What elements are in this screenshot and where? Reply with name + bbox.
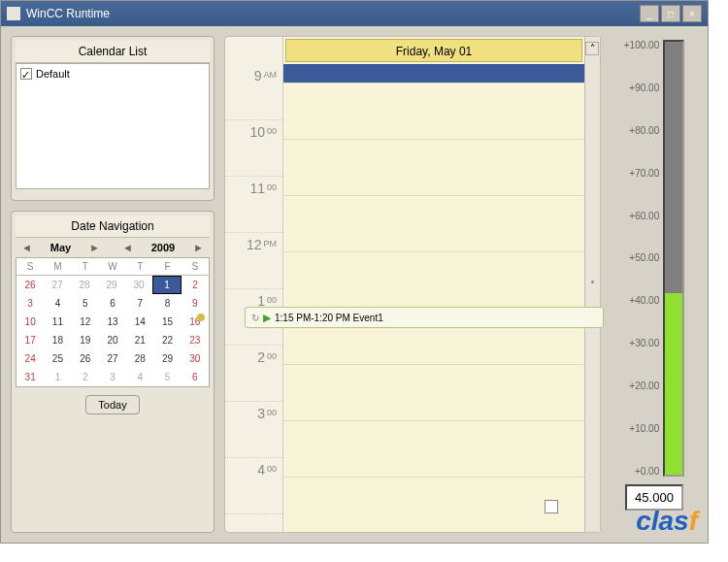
- day-cell[interactable]: 5: [72, 294, 99, 313]
- day-cell[interactable]: 8: [153, 294, 181, 313]
- watermark-text-2: f: [689, 506, 698, 536]
- time-slot: 12PM: [225, 233, 282, 289]
- day-column[interactable]: Friday, May 01 ˄ ↻ ▶ 1:1: [283, 37, 584, 532]
- year-label[interactable]: 2009: [151, 242, 175, 253]
- hour-block[interactable]: [283, 140, 584, 196]
- day-cell[interactable]: 18: [44, 331, 71, 349]
- gauge-label: +0.00: [624, 466, 659, 477]
- day-cell[interactable]: 7: [126, 294, 153, 313]
- hour-block[interactable]: [283, 365, 584, 421]
- day-cell[interactable]: 13: [99, 313, 126, 331]
- prev-month-arrow[interactable]: ◄: [17, 242, 36, 253]
- day-cell[interactable]: 3: [17, 294, 44, 313]
- day-cell[interactable]: 5: [153, 368, 181, 386]
- hour-block[interactable]: [283, 83, 584, 140]
- gauge-label: +90.00: [624, 83, 659, 93]
- dow-cell: F: [153, 258, 181, 275]
- minimize-button[interactable]: _: [640, 5, 659, 22]
- day-cell[interactable]: 28: [71, 276, 98, 294]
- date-navigation-panel: Date Navigation ◄ May ► ◄ 2009 ► S M T W…: [11, 211, 215, 533]
- day-cell[interactable]: 30: [182, 349, 209, 368]
- day-cell[interactable]: 29: [98, 276, 125, 294]
- window-controls: _ □ ×: [640, 5, 702, 22]
- day-cell[interactable]: 6: [99, 294, 126, 313]
- day-cell[interactable]: 26: [72, 349, 99, 368]
- left-sidebar: Calendar List ✓ Default Date Navigation …: [11, 36, 215, 533]
- appointment-marker-icon: [197, 314, 205, 321]
- gauge-label: +20.00: [624, 380, 659, 391]
- day-cell[interactable]: 14: [126, 313, 153, 331]
- gauge-label: +70.00: [624, 168, 659, 179]
- appointment-item[interactable]: ↻ ▶ 1:15 PM-1:20 PM Event1: [245, 307, 604, 328]
- maximize-button[interactable]: □: [661, 5, 680, 22]
- day-cell[interactable]: 24: [17, 349, 44, 368]
- day-cell[interactable]: 10: [17, 313, 44, 331]
- day-cell[interactable]: 27: [99, 349, 126, 368]
- calendar-week-row: 31 1 2 3 4 5 6: [17, 368, 209, 386]
- hour-block[interactable]: [283, 252, 584, 309]
- day-cell[interactable]: 1: [44, 368, 71, 386]
- gauge-label: +50.00: [624, 252, 659, 263]
- next-year-arrow[interactable]: ►: [189, 242, 208, 253]
- day-cell[interactable]: 31: [17, 368, 44, 386]
- day-cell[interactable]: 2: [72, 368, 99, 386]
- scroll-marker-icon[interactable]: •: [585, 277, 600, 292]
- watermark-text-1: clas: [636, 506, 689, 536]
- day-cell[interactable]: 21: [126, 331, 153, 349]
- time-slot: 1000: [225, 120, 282, 177]
- day-body[interactable]: ↻ ▶ 1:15 PM-1:20 PM Event1: [283, 64, 584, 530]
- day-header-label: Friday, May 01: [396, 45, 472, 58]
- month-navigator: ◄ May ► ◄ 2009 ►: [16, 238, 210, 257]
- day-cell[interactable]: 22: [153, 331, 181, 349]
- close-button[interactable]: ×: [682, 5, 702, 22]
- time-slot: 300: [225, 402, 282, 458]
- calendar-grid: S M T W T F S 26 27 28 29 30 1: [16, 257, 210, 387]
- day-cell[interactable]: 30: [125, 276, 152, 294]
- calendar-list-panel: Calendar List ✓ Default: [11, 36, 215, 201]
- day-cell[interactable]: 27: [44, 276, 71, 294]
- day-cell[interactable]: 23: [182, 331, 209, 349]
- day-cell[interactable]: 12: [72, 313, 99, 331]
- calendar-week-row: 3 4 5 6 7 8 9: [17, 294, 209, 313]
- day-cell[interactable]: 3: [99, 368, 126, 386]
- calendar-list-item[interactable]: ✓ Default: [20, 68, 205, 80]
- prev-year-arrow[interactable]: ◄: [118, 242, 137, 253]
- gauge-container: +100.00 +90.00 +80.00 +70.00 +60.00 +50.…: [624, 40, 684, 477]
- gauge-label: +30.00: [624, 338, 659, 348]
- dow-cell: S: [182, 258, 209, 275]
- day-cell[interactable]: 2: [182, 276, 209, 294]
- day-cell[interactable]: 15: [153, 313, 181, 331]
- footer-checkbox[interactable]: [545, 500, 558, 513]
- day-cell[interactable]: 29: [153, 349, 181, 368]
- day-cell[interactable]: 6: [182, 368, 209, 386]
- day-cell[interactable]: 11: [44, 313, 71, 331]
- day-cell[interactable]: 26: [17, 276, 44, 294]
- day-cell[interactable]: 19: [72, 331, 99, 349]
- checkbox-icon[interactable]: ✓: [20, 68, 32, 80]
- day-cell[interactable]: 20: [99, 331, 126, 349]
- day-cell[interactable]: 28: [126, 349, 153, 368]
- time-slot: 9AM: [225, 64, 282, 120]
- hour-block[interactable]: [283, 421, 584, 478]
- day-cell[interactable]: 4: [44, 294, 71, 313]
- hour-block[interactable]: [283, 196, 584, 252]
- today-button[interactable]: Today: [85, 395, 139, 414]
- gauge-bar: [663, 40, 684, 477]
- day-cell[interactable]: 4: [126, 368, 153, 386]
- day-cell[interactable]: 9: [182, 294, 209, 313]
- gauge-label: +40.00: [624, 295, 659, 306]
- content-area: Calendar List ✓ Default Date Navigation …: [1, 26, 708, 543]
- hour-block-selected[interactable]: [283, 64, 584, 83]
- calendar-week-row: 24 25 26 27 28 29 30: [17, 349, 209, 368]
- next-month-arrow[interactable]: ►: [85, 242, 104, 253]
- calendar-week-row: 10 11 12 13 14 15 16: [17, 313, 209, 331]
- gauge-label: +60.00: [624, 211, 659, 221]
- day-cell[interactable]: 17: [17, 331, 44, 349]
- watermark-logo: clasf: [636, 506, 698, 537]
- collapse-icon[interactable]: ˄: [585, 42, 599, 55]
- day-cell-selected[interactable]: 1: [152, 276, 182, 294]
- scroll-indicator: •: [584, 37, 600, 532]
- day-cell[interactable]: 25: [44, 349, 71, 368]
- titlebar[interactable]: WinCC Runtime _ □ ×: [1, 1, 708, 26]
- month-label[interactable]: May: [50, 242, 71, 253]
